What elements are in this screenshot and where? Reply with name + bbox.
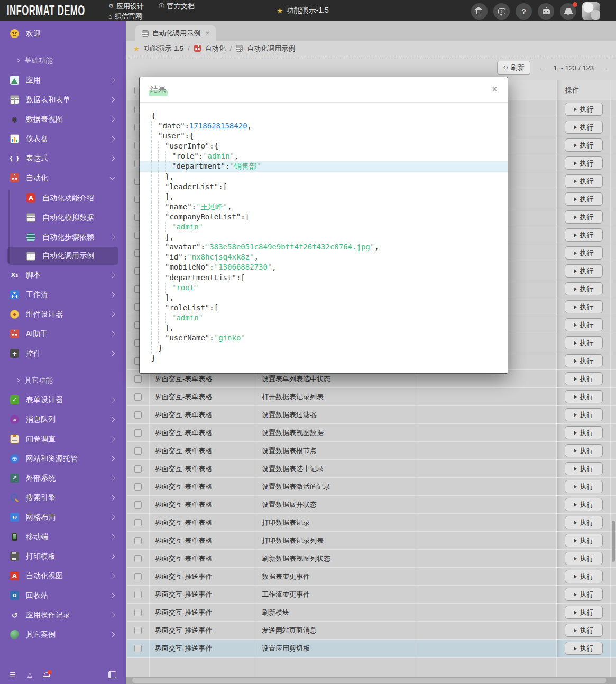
execute-button[interactable]: 执行 (565, 516, 603, 529)
execute-button[interactable]: 执行 (565, 210, 603, 224)
horizontal-scrollbar-track[interactable] (126, 677, 616, 684)
row-checkbox[interactable] (134, 375, 142, 383)
sidebar-item-29[interactable]: 应用操作记录 (0, 605, 126, 625)
breadcrumb-page[interactable]: 自动化调用示例 (247, 44, 295, 53)
execute-button[interactable]: 执行 (565, 624, 603, 637)
execute-button[interactable]: 执行 (565, 318, 603, 331)
nav-site[interactable]: ⌂织信官网 (108, 12, 142, 20)
execute-button[interactable]: 执行 (565, 282, 603, 295)
table-row[interactable]: 界面交互-表单表格设置数据表过滤器执行 (127, 406, 616, 424)
sidebar-item-15[interactable]: AI助手 (0, 324, 126, 344)
table-row[interactable]: 界面交互-表单表格设置数据表选中记录执行 (127, 460, 616, 478)
sidebar-item-19[interactable]: 消息队列 (0, 410, 126, 429)
row-checkbox[interactable] (134, 591, 142, 598)
avatar[interactable] (582, 2, 600, 20)
row-checkbox[interactable] (134, 627, 142, 634)
close-icon[interactable]: × (206, 30, 209, 37)
table-row[interactable]: 界面交互-表单表格设置数据表激活的记录执行 (127, 478, 616, 496)
row-checkbox[interactable] (134, 645, 142, 652)
execute-button[interactable]: 执行 (565, 121, 603, 134)
execute-button[interactable]: 执行 (565, 103, 603, 116)
bell-icon[interactable] (44, 672, 50, 677)
horizontal-scrollbar-thumb[interactable] (132, 678, 606, 683)
table-row[interactable]: 界面交互-表单表格设置数据表根节点执行 (127, 442, 616, 460)
execute-button[interactable]: 执行 (565, 336, 603, 349)
sidebar-item-23[interactable]: 搜索引擎 (0, 488, 126, 507)
execute-button[interactable]: 执行 (565, 390, 603, 403)
sidebar-item-25[interactable]: 移动端 (0, 527, 126, 547)
execute-button[interactable]: 执行 (565, 480, 603, 493)
sidebar-item-13[interactable]: 工作流 (0, 285, 126, 304)
execute-button[interactable]: 执行 (565, 534, 603, 547)
sidebar-item-18[interactable]: 表单设计器 (0, 390, 126, 410)
home-button[interactable] (471, 3, 488, 20)
execute-button[interactable]: 执行 (565, 138, 603, 152)
row-checkbox[interactable] (134, 393, 142, 401)
execute-button[interactable]: 执行 (565, 642, 603, 655)
sidebar-item-22[interactable]: 外部系统 (0, 468, 126, 488)
execute-button[interactable]: 执行 (565, 300, 603, 313)
table-row[interactable]: 界面交互-推送事件数据表变更事件执行 (127, 568, 616, 586)
row-checkbox[interactable] (134, 555, 142, 562)
execute-button[interactable]: 执行 (565, 570, 603, 583)
refresh-button[interactable]: ↻ 刷新 (497, 61, 530, 75)
execute-button[interactable]: 执行 (565, 192, 603, 206)
breadcrumb-app[interactable]: 功能演示-1.5 (144, 44, 183, 53)
table-row[interactable]: 界面交互-推送事件刷新模块执行 (127, 604, 616, 622)
warning-icon[interactable]: △ (27, 671, 32, 678)
sidebar-item-30[interactable]: 其它案例 (0, 625, 126, 644)
execute-button[interactable]: 执行 (565, 156, 603, 170)
next-page-icon[interactable]: → (601, 63, 609, 72)
sidebar-item-24[interactable]: 网格布局 (0, 507, 126, 527)
sidebar-item-0[interactable]: 欢迎 (0, 24, 126, 43)
list-icon[interactable]: ☰ (10, 671, 16, 679)
row-checkbox[interactable] (134, 537, 142, 544)
row-checkbox[interactable] (134, 429, 142, 437)
execute-button[interactable]: 执行 (565, 408, 603, 421)
sidebar-item-14[interactable]: 组件设计器 (0, 304, 126, 324)
sidebar-item-12[interactable]: 脚本 (0, 265, 126, 285)
table-row[interactable]: 界面交互-推送事件工作流变更事件执行 (127, 586, 616, 604)
table-row[interactable]: 界面交互-推送事件设置应用剪切板执行 (127, 640, 616, 658)
sidebar-item-4[interactable]: 数据表视图 (0, 109, 126, 129)
row-checkbox[interactable] (134, 519, 142, 526)
row-checkbox[interactable] (134, 465, 142, 473)
sidebar-item-26[interactable]: 打印模板 (0, 547, 126, 566)
row-checkbox[interactable] (134, 483, 142, 491)
execute-button[interactable]: 执行 (565, 498, 603, 511)
sidebar-item-16[interactable]: 控件 (0, 344, 126, 363)
execute-button[interactable]: 执行 (565, 462, 603, 475)
sidebar-item-6[interactable]: 表达式 (0, 149, 126, 168)
execute-button[interactable]: 执行 (565, 588, 603, 601)
table-row[interactable]: 界面交互-表单表格打印数据表记录执行 (127, 514, 616, 532)
execute-button[interactable]: 执行 (565, 444, 603, 457)
sidebar-group-1[interactable]: 基础功能 (0, 51, 126, 70)
vertical-scrollbar[interactable] (612, 521, 615, 562)
execute-button[interactable]: 执行 (565, 246, 603, 260)
execute-button[interactable]: 执行 (565, 552, 603, 565)
table-row[interactable]: 界面交互-表单表格刷新数据表视图列状态执行 (127, 550, 616, 568)
close-icon[interactable]: × (492, 85, 497, 94)
feedback-button[interactable]: ? (493, 3, 510, 20)
execute-button[interactable]: 执行 (565, 354, 603, 367)
prev-page-icon[interactable]: ← (539, 63, 546, 72)
sidebar-item-5[interactable]: 仪表盘 (0, 129, 126, 149)
nav-app-design[interactable]: ⚙应用设计 (108, 2, 144, 10)
table-row[interactable]: 界面交互-表单表格设置数据展开状态执行 (127, 496, 616, 514)
sidebar-item-8[interactable]: 自动化功能介绍 (0, 188, 126, 208)
sidebar-item-10[interactable]: 自动化步骤依赖 (0, 227, 126, 247)
assistant-button[interactable] (538, 3, 554, 20)
tab-automation-example[interactable]: 自动化调用示例 × (135, 25, 216, 41)
sidebar-item-27[interactable]: 自动化视图 (0, 566, 126, 586)
sidebar-item-11[interactable]: 自动化调用示例 (7, 247, 118, 265)
execute-button[interactable]: 执行 (565, 174, 603, 188)
table-row[interactable]: 界面交互-推送事件发送网站页面消息执行 (127, 622, 616, 640)
table-row[interactable]: 界面交互-表单表格设置数据表视图数据执行 (127, 424, 616, 442)
table-row[interactable]: 界面交互-表单表格打印数据表记录列表执行 (127, 532, 616, 550)
execute-button[interactable]: 执行 (565, 426, 603, 439)
breadcrumb-group[interactable]: 自动化 (205, 44, 226, 53)
sidebar-item-3[interactable]: 数据表和表单 (0, 90, 126, 109)
help-button[interactable]: ? (516, 3, 532, 20)
sidebar-item-9[interactable]: 自动化模拟数据 (0, 208, 126, 227)
sidebar-item-7[interactable]: 自动化 (0, 168, 126, 188)
